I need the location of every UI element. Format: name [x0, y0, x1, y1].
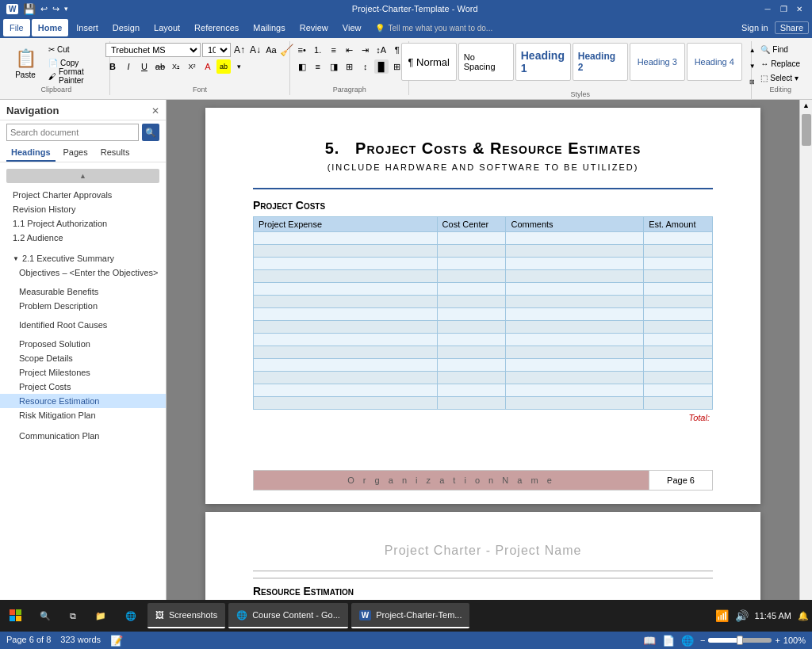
nav-item-root-causes[interactable]: Identified Root Causes: [0, 318, 166, 332]
sort-button[interactable]: ↕A: [374, 43, 389, 57]
nav-item-executive[interactable]: ▼ 2.1 Executive Summary: [0, 251, 166, 265]
nav-item-authorization[interactable]: 1.1 Project Authorization: [0, 216, 166, 231]
nav-item-approvals[interactable]: Project Charter Approvals: [0, 188, 166, 202]
align-right-button[interactable]: ◨: [327, 59, 341, 74]
nav-item-benefits[interactable]: Measurable Benefits: [0, 284, 166, 299]
cost-table-row[interactable]: [254, 321, 713, 334]
screenshots-button[interactable]: 🖼 Screenshots: [147, 603, 225, 628]
nav-item-scope[interactable]: Scope Details: [0, 351, 166, 365]
cost-table-row[interactable]: [254, 384, 713, 397]
align-center-button[interactable]: ≡: [311, 59, 325, 74]
shading-button[interactable]: █: [374, 59, 389, 74]
menu-design[interactable]: Design: [106, 19, 146, 36]
menu-insert[interactable]: Insert: [70, 19, 105, 36]
nav-tab-pages[interactable]: Pages: [59, 144, 93, 162]
style-heading2[interactable]: Heading 2: [573, 43, 628, 81]
tell-me-input[interactable]: 💡 Tell me what you want to do...: [369, 19, 499, 36]
menu-mailings[interactable]: Mailings: [247, 19, 291, 36]
nav-item-risk[interactable]: Risk Mitigation Plan: [0, 408, 166, 422]
menu-layout[interactable]: Layout: [147, 19, 186, 36]
volume-icon[interactable]: 🔊: [735, 609, 749, 622]
cost-table-row[interactable]: [254, 258, 713, 270]
nav-search-button[interactable]: 🔍: [142, 124, 159, 141]
nav-item-communication[interactable]: Communication Plan: [0, 429, 166, 443]
quick-access-save[interactable]: 💾: [23, 3, 36, 15]
font-grow-button[interactable]: A↑: [232, 43, 247, 57]
font-shrink-button[interactable]: A↓: [248, 43, 262, 57]
zoom-in-button[interactable]: +: [775, 636, 779, 645]
cost-table-row[interactable]: [254, 245, 713, 258]
read-mode-icon[interactable]: 📖: [643, 635, 656, 647]
decrease-indent-button[interactable]: ⇤: [343, 43, 357, 57]
increase-indent-button[interactable]: ⇥: [358, 43, 373, 57]
restore-button[interactable]: ❐: [777, 3, 790, 14]
find-button[interactable]: 🔍 Find: [756, 43, 791, 55]
nav-search-input[interactable]: [6, 124, 139, 141]
cost-table-row[interactable]: [254, 296, 713, 308]
cost-table-row[interactable]: [254, 232, 713, 245]
cost-table-row[interactable]: [254, 334, 713, 346]
italic-button[interactable]: I: [121, 59, 136, 74]
nav-close-button[interactable]: ✕: [151, 105, 159, 116]
notification-button[interactable]: 🔔: [798, 611, 809, 621]
chrome-button[interactable]: 🌐 Course Content - Go...: [228, 603, 348, 628]
cost-table-row[interactable]: [254, 346, 713, 359]
numbering-button[interactable]: 1.: [311, 43, 325, 57]
change-case-button[interactable]: Aa: [264, 43, 278, 57]
bullets-button[interactable]: ≡•: [295, 43, 309, 57]
start-button[interactable]: [3, 603, 29, 628]
select-button[interactable]: ⬚ Select ▾: [756, 71, 802, 84]
minimize-button[interactable]: ─: [761, 3, 774, 14]
underline-button[interactable]: U: [137, 59, 151, 74]
nav-item-proposed[interactable]: Proposed Solution: [0, 337, 166, 351]
menu-view[interactable]: View: [336, 19, 368, 36]
subscript-button[interactable]: X₂: [169, 59, 183, 74]
nav-tab-headings[interactable]: Headings: [6, 144, 56, 162]
scroll-up-button[interactable]: ▲: [801, 100, 812, 111]
edge-button[interactable]: 🌐: [117, 603, 144, 628]
style-no-spacing[interactable]: No Spacing: [458, 43, 514, 81]
highlight-button[interactable]: ab: [216, 59, 231, 74]
print-layout-icon[interactable]: 📄: [662, 635, 675, 647]
style-heading1[interactable]: Heading 1: [515, 43, 571, 81]
align-left-button[interactable]: ◧: [295, 59, 309, 74]
nav-item-costs[interactable]: Project Costs: [0, 380, 166, 394]
file-explorer-button[interactable]: 📁: [87, 603, 114, 628]
nav-item-problem[interactable]: Problem Description: [0, 299, 166, 313]
menu-review[interactable]: Review: [293, 19, 335, 36]
vertical-scrollbar[interactable]: ▲ ▼: [799, 100, 812, 632]
quick-access-redo[interactable]: ↪: [52, 4, 59, 14]
network-icon[interactable]: 📶: [715, 609, 729, 622]
menu-references[interactable]: References: [188, 19, 245, 36]
style-normal[interactable]: ¶ Normal: [401, 43, 457, 81]
font-size-select[interactable]: 10: [202, 43, 231, 57]
paste-button[interactable]: 📋 Paste: [8, 43, 43, 84]
nav-item-resource[interactable]: Resource Estimation: [0, 394, 166, 408]
superscript-button[interactable]: X²: [185, 59, 199, 74]
share-button[interactable]: Share: [775, 21, 809, 34]
nav-item-objectives[interactable]: Objectives – <Enter the Objectives>: [0, 265, 166, 280]
format-painter-button[interactable]: 🖌 Format Painter: [44, 70, 105, 82]
style-heading3[interactable]: Heading 3: [630, 43, 685, 81]
search-taskbar-button[interactable]: 🔍: [32, 603, 59, 628]
multilevel-button[interactable]: ≡: [327, 43, 341, 57]
close-button[interactable]: ✕: [793, 3, 806, 14]
cost-table-row[interactable]: [254, 308, 713, 321]
font-color-dropdown[interactable]: ▾: [232, 59, 247, 74]
cost-table-row[interactable]: [254, 359, 713, 372]
nav-item-revision[interactable]: Revision History: [0, 202, 166, 216]
zoom-handle[interactable]: [737, 636, 743, 645]
bold-button[interactable]: B: [105, 59, 120, 74]
menu-home[interactable]: Home: [32, 19, 69, 36]
menu-file[interactable]: File: [3, 19, 30, 36]
web-layout-icon[interactable]: 🌐: [681, 635, 694, 647]
justify-button[interactable]: ⊞: [343, 59, 357, 74]
cost-table-row[interactable]: [254, 397, 713, 410]
nav-tab-results[interactable]: Results: [96, 144, 135, 162]
signin-link[interactable]: Sign in: [741, 23, 768, 32]
zoom-slider[interactable]: [708, 638, 772, 643]
quick-access-undo[interactable]: ↩: [40, 4, 48, 14]
scroll-thumb[interactable]: [802, 114, 811, 146]
nav-item-milestones[interactable]: Project Milestones: [0, 365, 166, 380]
nav-item-audience[interactable]: 1.2 Audience: [0, 231, 166, 245]
